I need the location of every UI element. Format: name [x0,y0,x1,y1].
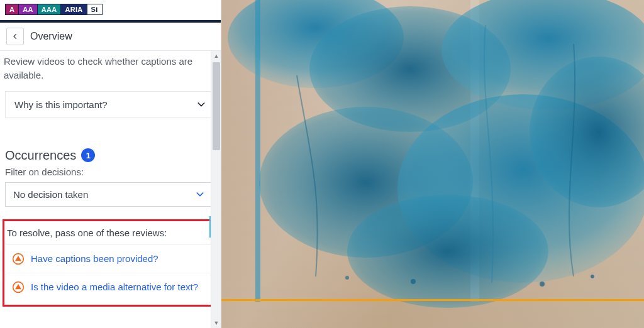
svg-point-15 [345,276,349,280]
why-important-label: Why is this important? [14,99,108,110]
chevron-left-icon [11,33,19,40]
review-item-media-alternative[interactable]: Is the video a media alternative for tex… [7,273,211,301]
review-status-icon [12,253,25,265]
decision-filter-value: No decision taken [13,189,88,200]
occurrences-heading: Occurrences 1 [5,148,216,163]
decision-filter-select[interactable]: No decision taken [5,182,213,207]
conformance-badges: A AA AAA ARIA Si [0,0,221,20]
scroll-up-button[interactable]: ▲ [211,51,221,61]
occurrences-count-badge: 1 [81,148,95,162]
scroll-thumb[interactable] [213,62,220,150]
badge-aa[interactable]: AA [19,4,38,15]
review-link-label: Have captions been provided? [31,253,158,264]
sidebar-scroll[interactable]: Review videos to check whether captions … [0,51,221,328]
svg-point-14 [591,275,594,278]
scroll-down-button[interactable]: ▼ [211,318,221,328]
badge-aria[interactable]: ARIA [61,4,87,15]
chevron-down-icon [195,189,205,199]
review-link-label: Is the video a media alternative for tex… [31,282,198,292]
badge-aaa[interactable]: AAA [38,4,62,15]
sidebar-scrollbar[interactable]: ▲ ▼ [211,51,221,328]
svg-point-12 [411,279,416,284]
page-preview[interactable] [221,0,644,328]
filter-label: Filter on decisions: [5,167,216,177]
overview-title: Overview [30,31,72,42]
badge-a[interactable]: A [5,4,19,15]
overview-header: Overview [0,23,221,51]
back-button[interactable] [6,28,24,45]
occurrences-title-text: Occurrences [5,148,76,163]
resolve-reviews-callout: To resolve, pass one of these reviews: H… [3,219,216,307]
issue-description: Review videos to check whether captions … [3,51,218,87]
badge-si[interactable]: Si [87,4,103,15]
preview-art [221,0,644,328]
element-highlight-underline [221,299,644,301]
review-status-icon [12,281,25,293]
sidebar: A AA AAA ARIA Si Overview Review videos … [0,0,221,328]
why-important-accordion[interactable]: Why is this important? [5,91,216,118]
svg-point-13 [540,282,545,287]
chevron-down-icon [196,99,206,109]
resolve-title: To resolve, pass one of these reviews: [7,227,211,244]
review-item-captions[interactable]: Have captions been provided? [7,244,211,273]
svg-point-11 [347,195,548,308]
